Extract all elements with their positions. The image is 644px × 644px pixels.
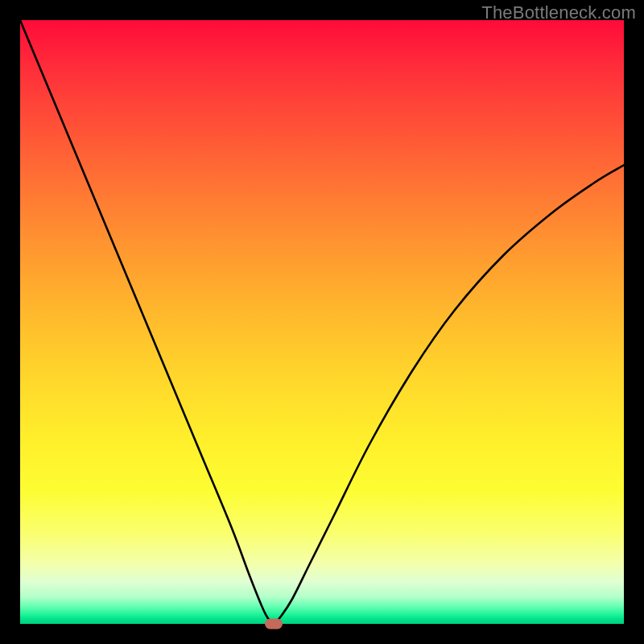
bottleneck-curve [20, 20, 624, 624]
watermark-text: TheBottleneck.com [481, 2, 636, 23]
optimal-marker [265, 619, 283, 630]
plot-area [20, 20, 624, 624]
chart-frame: TheBottleneck.com [0, 0, 644, 644]
